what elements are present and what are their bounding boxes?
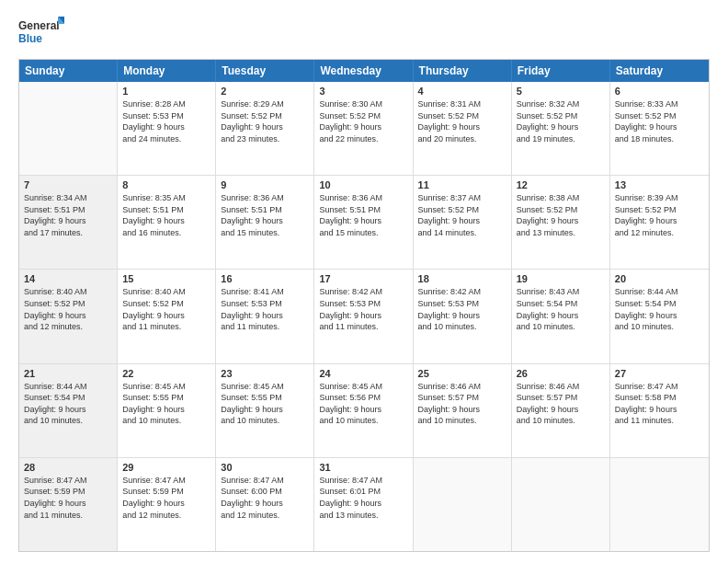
calendar-cell bbox=[19, 82, 118, 175]
cell-text-line: Sunset: 5:53 PM bbox=[418, 298, 506, 310]
cell-text-line: Sunset: 5:52 PM bbox=[615, 204, 704, 216]
calendar-cell: 14Sunrise: 8:40 AMSunset: 5:52 PMDayligh… bbox=[19, 270, 118, 362]
cell-text-line: Sunrise: 8:28 AM bbox=[122, 98, 210, 110]
cell-text-line: Sunset: 5:59 PM bbox=[122, 486, 210, 498]
cell-text-line: and 10 minutes. bbox=[24, 415, 112, 427]
calendar-cell: 1Sunrise: 8:28 AMSunset: 5:53 PMDaylight… bbox=[118, 82, 216, 175]
cell-text-line: Sunset: 5:52 PM bbox=[517, 110, 605, 122]
cell-text-line: Sunset: 5:51 PM bbox=[319, 204, 407, 216]
day-number: 6 bbox=[615, 86, 704, 97]
cell-text-line: Sunset: 5:51 PM bbox=[24, 204, 112, 216]
cell-text-line: Daylight: 9 hours bbox=[418, 310, 506, 322]
cell-text-line: Daylight: 9 hours bbox=[418, 121, 506, 133]
cell-text-line: Sunset: 5:51 PM bbox=[122, 204, 210, 216]
calendar-cell: 23Sunrise: 8:45 AMSunset: 5:55 PMDayligh… bbox=[216, 364, 314, 457]
day-number: 5 bbox=[517, 86, 605, 97]
cell-text-line: Daylight: 9 hours bbox=[122, 121, 210, 133]
cell-text-line: Daylight: 9 hours bbox=[122, 310, 210, 322]
cell-text-line: Daylight: 9 hours bbox=[221, 121, 309, 133]
cell-text-line: and 18 minutes. bbox=[615, 133, 704, 145]
cell-text-line: and 13 minutes. bbox=[319, 510, 407, 522]
day-number: 10 bbox=[319, 179, 407, 190]
cell-text-line: and 12 minutes. bbox=[24, 321, 112, 333]
calendar: SundayMondayTuesdayWednesdayThursdayFrid… bbox=[18, 59, 710, 552]
cell-text-line: Daylight: 9 hours bbox=[319, 310, 407, 322]
cell-text-line: Sunrise: 8:47 AM bbox=[24, 475, 112, 487]
cell-text-line: Sunrise: 8:47 AM bbox=[615, 381, 704, 393]
cell-text-line: Daylight: 9 hours bbox=[221, 215, 309, 227]
calendar-header: SundayMondayTuesdayWednesdayThursdayFrid… bbox=[19, 60, 709, 82]
cell-text-line: Daylight: 9 hours bbox=[615, 215, 704, 227]
calendar-cell: 28Sunrise: 8:47 AMSunset: 5:59 PMDayligh… bbox=[19, 458, 118, 551]
cell-text-line: Sunset: 5:54 PM bbox=[24, 392, 112, 404]
cell-text-line: and 10 minutes. bbox=[517, 415, 605, 427]
cell-text-line: Sunset: 5:52 PM bbox=[319, 110, 407, 122]
cell-text-line: Sunrise: 8:46 AM bbox=[418, 381, 506, 393]
day-number: 16 bbox=[221, 273, 309, 284]
day-number: 18 bbox=[418, 273, 506, 284]
cell-text-line: Sunrise: 8:47 AM bbox=[319, 475, 407, 487]
cell-text-line: Sunrise: 8:29 AM bbox=[221, 98, 309, 110]
cell-text-line: Sunset: 5:52 PM bbox=[221, 110, 309, 122]
cell-text-line: Sunrise: 8:34 AM bbox=[24, 192, 112, 204]
cell-text-line: Daylight: 9 hours bbox=[221, 310, 309, 322]
calendar-row-3: 21Sunrise: 8:44 AMSunset: 5:54 PMDayligh… bbox=[19, 364, 709, 458]
cell-text-line: and 11 minutes. bbox=[615, 415, 704, 427]
cell-text-line: Sunrise: 8:38 AM bbox=[517, 192, 605, 204]
cell-text-line: Sunrise: 8:47 AM bbox=[122, 475, 210, 487]
day-number: 11 bbox=[418, 179, 506, 190]
day-number: 13 bbox=[615, 179, 704, 190]
cell-text-line: and 12 minutes. bbox=[221, 510, 309, 522]
calendar-cell: 16Sunrise: 8:41 AMSunset: 5:53 PMDayligh… bbox=[216, 270, 314, 362]
cell-text-line: and 20 minutes. bbox=[418, 133, 506, 145]
cell-text-line: and 11 minutes. bbox=[24, 510, 112, 522]
day-number: 3 bbox=[319, 86, 407, 97]
cell-text-line: and 13 minutes. bbox=[517, 227, 605, 239]
cell-text-line: Sunrise: 8:30 AM bbox=[319, 98, 407, 110]
day-number: 22 bbox=[122, 368, 210, 379]
calendar-row-2: 14Sunrise: 8:40 AMSunset: 5:52 PMDayligh… bbox=[19, 270, 709, 363]
calendar-cell: 30Sunrise: 8:47 AMSunset: 6:00 PMDayligh… bbox=[216, 458, 314, 551]
cell-text-line: Sunrise: 8:37 AM bbox=[418, 192, 506, 204]
calendar-row-0: 1Sunrise: 8:28 AMSunset: 5:53 PMDaylight… bbox=[19, 82, 709, 176]
day-number: 27 bbox=[615, 368, 704, 379]
cell-text-line: and 23 minutes. bbox=[221, 133, 309, 145]
day-number: 28 bbox=[24, 462, 112, 473]
cell-text-line: and 16 minutes. bbox=[122, 227, 210, 239]
cell-text-line: and 19 minutes. bbox=[517, 133, 605, 145]
calendar-cell: 9Sunrise: 8:36 AMSunset: 5:51 PMDaylight… bbox=[216, 176, 314, 269]
cell-text-line: Sunset: 6:01 PM bbox=[319, 486, 407, 498]
calendar-cell: 4Sunrise: 8:31 AMSunset: 5:52 PMDaylight… bbox=[414, 82, 512, 175]
cell-text-line: and 10 minutes. bbox=[122, 415, 210, 427]
cell-text-line: Sunset: 5:51 PM bbox=[221, 204, 309, 216]
cell-text-line: Sunset: 5:58 PM bbox=[615, 392, 704, 404]
day-number: 29 bbox=[122, 462, 210, 473]
cell-text-line: Sunset: 5:52 PM bbox=[418, 204, 506, 216]
page: General Blue SundayMondayTuesdayWednesda… bbox=[0, 0, 728, 563]
day-number: 23 bbox=[221, 368, 309, 379]
day-number: 26 bbox=[517, 368, 605, 379]
cell-text-line: Daylight: 9 hours bbox=[24, 310, 112, 322]
day-number: 21 bbox=[24, 368, 112, 379]
cell-text-line: Sunset: 5:52 PM bbox=[418, 110, 506, 122]
cell-text-line: Sunrise: 8:35 AM bbox=[122, 192, 210, 204]
day-number: 15 bbox=[122, 273, 210, 284]
cell-text-line: Sunrise: 8:40 AM bbox=[24, 286, 112, 298]
cell-text-line: Sunrise: 8:31 AM bbox=[418, 98, 506, 110]
cell-text-line: and 24 minutes. bbox=[122, 133, 210, 145]
cell-text-line: and 11 minutes. bbox=[319, 321, 407, 333]
cell-text-line: Sunrise: 8:45 AM bbox=[319, 381, 407, 393]
logo: General Blue bbox=[18, 15, 64, 50]
calendar-cell bbox=[414, 458, 512, 551]
cell-text-line: Daylight: 9 hours bbox=[517, 121, 605, 133]
header-cell-saturday: Saturday bbox=[610, 60, 709, 82]
cell-text-line: Sunset: 5:54 PM bbox=[517, 298, 605, 310]
calendar-cell: 18Sunrise: 8:42 AMSunset: 5:53 PMDayligh… bbox=[414, 270, 512, 362]
cell-text-line: Sunrise: 8:42 AM bbox=[418, 286, 506, 298]
cell-text-line: Sunrise: 8:47 AM bbox=[221, 475, 309, 487]
header-cell-thursday: Thursday bbox=[414, 60, 512, 82]
day-number: 9 bbox=[221, 179, 309, 190]
cell-text-line: Daylight: 9 hours bbox=[517, 404, 605, 416]
cell-text-line: Sunrise: 8:44 AM bbox=[24, 381, 112, 393]
calendar-cell: 22Sunrise: 8:45 AMSunset: 5:55 PMDayligh… bbox=[118, 364, 216, 457]
